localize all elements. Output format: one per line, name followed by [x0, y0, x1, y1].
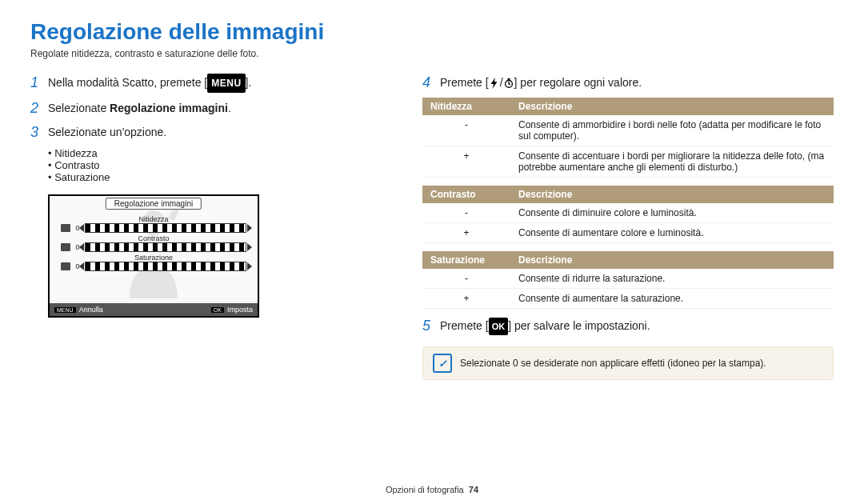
step-number: 1: [30, 74, 48, 91]
slider-bar: [85, 262, 246, 271]
step-1: 1 Nella modalità Scatto, premete [MENU].: [30, 74, 374, 93]
list-item: Contrasto: [48, 159, 374, 171]
slider-row: 0: [61, 242, 246, 252]
step-text: .: [228, 102, 231, 114]
page-subtitle: Regolate nitidezza, contrasto e saturazi…: [30, 48, 834, 59]
footer-section: Opzioni di fotografia: [386, 485, 464, 494]
table-nitidezza: NitidezzaDescrizione -Consente di ammorb…: [422, 98, 834, 178]
step-3: 3 Selezionate un'opzione.: [30, 123, 374, 141]
slider-bar: [85, 242, 246, 252]
table-cell: Consente di ammorbidire i bordi nelle fo…: [510, 115, 834, 146]
menu-badge-icon: MENU: [54, 307, 76, 313]
lcd-footer-left: Annulla: [79, 306, 103, 314]
table-header: Descrizione: [510, 98, 834, 115]
step-text: ].: [246, 76, 252, 89]
table-saturazione: SaturazioneDescrizione -Consente di ridu…: [422, 251, 834, 309]
note-icon: ✓: [433, 354, 452, 373]
table-symbol: +: [422, 223, 510, 243]
table-row: -Consente di ridurre la saturazione.: [422, 269, 834, 289]
table-row: +Consente di accentuare i bordi per migl…: [422, 146, 834, 178]
table-symbol: -: [422, 115, 510, 146]
table-symbol: -: [422, 269, 510, 289]
table-row: -Consente di diminuire colore e luminosi…: [422, 203, 834, 223]
slider-label: Nitidezza: [61, 215, 246, 223]
step-text: ] per regolare ogni valore.: [514, 76, 642, 89]
table-row: +Consente di aumentare la saturazione.: [422, 289, 834, 309]
option-list: Nitidezza Contrasto Saturazione: [30, 147, 374, 183]
flash-icon: [489, 78, 500, 89]
table-header: Descrizione: [510, 251, 834, 269]
step-text: Selezionate un'opzione.: [48, 123, 166, 141]
step-5: 5 Premete [OK] per salvare le impostazio…: [422, 317, 834, 335]
list-item: Saturazione: [48, 171, 374, 183]
right-column: 4 Premete [/] per regolare ogni valore. …: [422, 74, 834, 380]
footer-page: 74: [469, 485, 478, 494]
slider-row: 0: [61, 223, 246, 233]
table-header: Nitidezza: [422, 98, 510, 115]
lcd-sliders: Nitidezza 0 Contrasto 0 Saturazione 0: [61, 215, 246, 273]
ok-badge-icon: OK: [211, 307, 224, 313]
table-cell: Consente di accentuare i bordi per migli…: [510, 146, 834, 178]
step-text: Selezionate: [48, 102, 110, 114]
page-title: Regolazione delle immagini: [30, 19, 834, 45]
step-text: Premete [: [440, 319, 489, 332]
table-cell: Consente di aumentare colore e luminosit…: [510, 223, 834, 243]
slider-label: Saturazione: [61, 254, 246, 262]
step-bold: Regolazione immagini: [110, 102, 228, 114]
step-number: 2: [30, 99, 48, 117]
step-4: 4 Premete [/] per regolare ogni valore.: [422, 74, 834, 91]
step-text: Premete [: [440, 76, 489, 89]
step-number: 4: [422, 74, 440, 91]
contrast-icon: [61, 243, 70, 251]
saturation-icon: [61, 262, 70, 270]
table-header: Saturazione: [422, 251, 510, 269]
page-footer: Opzioni di fotografia 74: [0, 485, 864, 494]
table-cell: Consente di diminuire colore e luminosit…: [510, 203, 834, 223]
table-cell: Consente di aumentare la saturazione.: [510, 289, 834, 309]
note-text: Selezionate 0 se desiderate non applicar…: [460, 358, 766, 369]
step-number: 3: [30, 123, 48, 141]
lcd-title: Regolazione immagini: [106, 198, 202, 210]
table-header: Contrasto: [422, 186, 510, 203]
lcd-footer: MENU Annulla OK Imposta: [50, 303, 258, 316]
table-row: -Consente di ammorbidire i bordi nelle f…: [422, 115, 834, 146]
table-symbol: +: [422, 146, 510, 178]
slider-label: Contrasto: [61, 234, 246, 242]
table-header: Descrizione: [510, 186, 834, 203]
left-column: 1 Nella modalità Scatto, premete [MENU].…: [30, 74, 374, 380]
ok-badge-icon: OK: [489, 318, 509, 335]
timer-icon: [503, 78, 514, 89]
camera-lcd-preview: Regolazione immagini Nitidezza 0 Contras…: [48, 194, 259, 318]
table-symbol: +: [422, 289, 510, 309]
step-2: 2 Selezionate Regolazione immagini.: [30, 99, 374, 117]
note-callout: ✓ Selezionate 0 se desiderate non applic…: [422, 346, 834, 380]
step-text: ] per salvare le impostazioni.: [508, 319, 650, 332]
table-cell: Consente di ridurre la saturazione.: [510, 269, 834, 289]
lcd-footer-right: Imposta: [227, 306, 253, 314]
step-number: 5: [422, 317, 440, 334]
list-item: Nitidezza: [48, 147, 374, 159]
table-contrasto: ContrastoDescrizione -Consente di diminu…: [422, 186, 834, 243]
menu-badge-icon: MENU: [207, 74, 245, 93]
sharpness-icon: [61, 224, 70, 232]
table-symbol: -: [422, 203, 510, 223]
slider-row: 0: [61, 262, 246, 271]
slider-bar: [85, 223, 246, 233]
step-text: Nella modalità Scatto, premete [: [48, 76, 207, 89]
table-row: +Consente di aumentare colore e luminosi…: [422, 223, 834, 243]
